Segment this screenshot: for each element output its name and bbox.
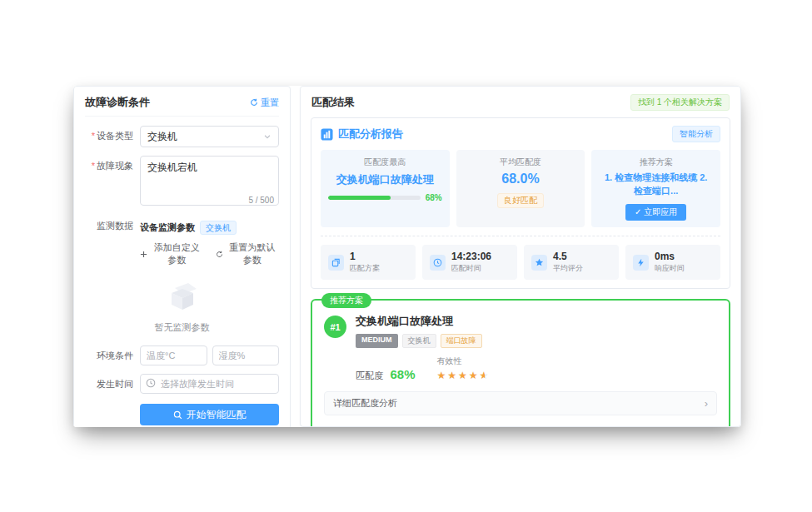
analysis-report-card: 匹配分析报告 智能分析 匹配度最高 交换机端口故障处理 68% 平均匹配 (311, 117, 730, 289)
occur-time-label: 发生时间 (85, 374, 133, 390)
diagnosis-card-title: 故障诊断条件 (85, 95, 150, 110)
monitor-data-label: 监测数据 (85, 217, 133, 231)
recommend-label: 推荐方案 (599, 157, 713, 168)
start-match-button[interactable]: 开始智能匹配 (140, 404, 279, 425)
star-icon (531, 255, 547, 271)
stat-matched-plans: 1 匹配方案 (321, 245, 416, 280)
chevron-right-icon: › (705, 397, 708, 410)
problem-section: 问题描述 交换机某个端口无法正常连接设备，指示灯异常 (324, 425, 513, 427)
device-type-select[interactable]: 交换机 (140, 126, 279, 147)
lightning-icon (633, 255, 649, 271)
match-progress-value: 68% (426, 193, 442, 202)
apply-now-button[interactable]: ✓ 立即应用 (625, 204, 686, 221)
bar-chart-icon (321, 128, 333, 141)
top-match-summary-card: 匹配度最高 交换机端口故障处理 68% (321, 150, 450, 227)
fault-phenomenon-label: 故障现象 (85, 156, 133, 171)
char-counter: 5 / 500 (248, 196, 274, 205)
star-rating: ★★★★★★★★★★ (436, 370, 490, 380)
stat-match-time: 14:23:06 匹配时间 (422, 245, 517, 280)
detail-analysis-toggle[interactable]: 详细匹配度分析 › (324, 391, 717, 415)
occur-time-input[interactable] (140, 374, 279, 394)
humidity-input[interactable] (212, 345, 280, 365)
empty-state-text: 暂无监测参数 (85, 321, 279, 334)
recommend-text: 1. 检查物理连接和线缆 2. 检查端口... (599, 171, 713, 198)
reset-button[interactable]: 重置 (250, 97, 279, 109)
stat-avg-rating: 4.5 平均评分 (524, 245, 619, 280)
search-icon (173, 410, 182, 420)
match-degree-label: 匹配度 (356, 370, 383, 380)
effectiveness-label: 有效性 (436, 355, 490, 367)
refresh-icon (250, 98, 258, 107)
found-solutions-badge: 找到 1 个相关解决方案 (630, 94, 730, 111)
report-title: 匹配分析报告 (338, 127, 403, 142)
avg-match-label: 平均匹配度 (464, 157, 578, 168)
match-quality-badge: 良好匹配 (497, 193, 544, 208)
device-type-label: 设备类型 (85, 126, 133, 142)
device-type-value: 交换机 (147, 130, 177, 144)
temperature-input[interactable] (140, 345, 207, 365)
avg-match-value: 68.0% (464, 171, 578, 186)
solution-section: 解决方案 1. 检查物理连接和线缆 2. 检查端口配置 3. 更换端口或线缆测试 (528, 425, 717, 427)
recommend-summary-card: 推荐方案 1. 检查物理连接和线缆 2. 检查端口... ✓ 立即应用 (591, 150, 720, 227)
clock-icon (146, 378, 156, 388)
clock-icon (430, 255, 446, 271)
monitor-device-tag[interactable]: 交换机 (200, 221, 237, 235)
app-window: 故障诊断条件 重置 设备类型 交换机 故障 (73, 86, 741, 427)
stat-response-time: 0ms 响应时间 (625, 245, 720, 280)
solution-title: 交换机端口故障处理 (356, 314, 490, 329)
env-condition-label: 环境条件 (85, 345, 133, 361)
refresh-icon (216, 251, 223, 258)
top-match-label: 匹配度最高 (328, 157, 442, 168)
avg-match-summary-card: 平均匹配度 68.0% 良好匹配 (456, 150, 585, 227)
recommended-solution-card: 推荐方案 #1 交换机端口故障处理 MEDIUM 交换机 端口故障 匹配度 68… (311, 299, 730, 427)
severity-tag: MEDIUM (356, 334, 398, 348)
empty-state: 暂无监测参数 (85, 270, 279, 339)
match-degree-value: 68% (390, 367, 415, 381)
diagnosis-conditions-card: 故障诊断条件 重置 设备类型 交换机 故障 (73, 86, 291, 427)
add-custom-param-button[interactable]: 添加自定义参数 (140, 241, 204, 266)
plus-icon (140, 251, 147, 258)
top-match-name: 交换机端口故障处理 (328, 172, 442, 187)
result-panel-title: 匹配结果 (311, 95, 355, 110)
monitor-param-label: 设备监测参数 (140, 221, 195, 234)
left-panel: 故障诊断条件 重置 设备类型 交换机 故障 (73, 86, 291, 427)
smart-analysis-badge: 智能分析 (672, 126, 720, 142)
layers-icon (328, 255, 344, 271)
reset-default-param-button[interactable]: 重置为默认参数 (216, 241, 280, 266)
chevron-down-icon (263, 132, 271, 141)
empty-box-icon (163, 280, 202, 311)
rank-badge: #1 (324, 316, 346, 338)
recommended-ribbon: 推荐方案 (321, 293, 371, 308)
device-tag: 交换机 (402, 334, 436, 348)
match-result-panel: 匹配结果 找到 1 个相关解决方案 匹配分析报告 智能分析 匹配度最高 交换机端… (300, 86, 741, 427)
match-progress-bar (328, 196, 421, 200)
fault-type-tag: 端口故障 (441, 334, 482, 348)
